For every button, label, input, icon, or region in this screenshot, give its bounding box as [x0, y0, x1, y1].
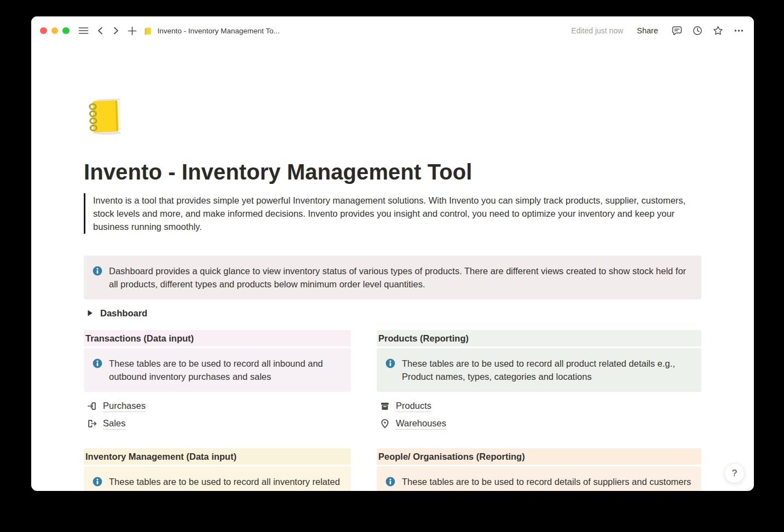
section-products: Products (Reporting) These tables are to…: [377, 330, 701, 432]
info-icon: [93, 477, 102, 491]
toggle-triangle-icon: [87, 309, 93, 317]
dashboard-toggle[interactable]: Dashboard: [84, 305, 701, 321]
info-icon: [93, 358, 102, 383]
people-info-callout: These tables are to be used to record de…: [377, 466, 701, 491]
door-exit-icon: [87, 419, 97, 429]
page-link-products[interactable]: Products: [377, 397, 701, 415]
transactions-info-text: These tables are to be used to record al…: [109, 357, 342, 383]
dashboard-info-text: Dashboard provides a quick glance to vie…: [109, 264, 693, 291]
titlebar: Invento - Inventory Management To... Edi…: [31, 16, 754, 45]
comment-bubble-icon: [672, 26, 682, 36]
location-pin-icon: [380, 419, 390, 429]
page-content: Invento - Inventory Management Tool Inve…: [31, 45, 754, 491]
ellipsis-icon: [734, 26, 744, 36]
people-info-text: These tables are to be used to record de…: [402, 475, 691, 488]
more-options-button[interactable]: [734, 26, 744, 36]
products-info-callout: These tables are to be used to record al…: [377, 348, 701, 392]
dashboard-info-callout: Dashboard provides a quick glance to vie…: [84, 256, 701, 299]
dashboard-toggle-label: Dashboard: [100, 308, 147, 319]
inventory-info-text: These tables are to be used to record al…: [109, 475, 342, 491]
section-header-people: People/ Organisations (Reporting): [377, 448, 701, 465]
edited-status: Edited just now: [571, 26, 623, 35]
info-icon: [385, 358, 395, 383]
archive-box-icon: [380, 401, 390, 411]
page-link-warehouses[interactable]: Warehouses: [377, 415, 701, 432]
app-window: Invento - Inventory Management To... Edi…: [31, 16, 754, 491]
tab-title-label: Invento - Inventory Management To...: [158, 27, 280, 35]
sidebar-menu-button[interactable]: [78, 26, 89, 36]
help-button[interactable]: ?: [724, 463, 745, 483]
chevron-right-icon: [112, 26, 120, 36]
comments-button[interactable]: [672, 26, 682, 36]
section-transactions: Transactions (Data input) These tables a…: [84, 330, 351, 432]
inventory-info-callout: These tables are to be used to record al…: [84, 466, 351, 491]
section-header-products: Products (Reporting): [377, 330, 701, 346]
intro-quote: Invento is a tool that provides simple y…: [84, 193, 691, 234]
section-people-organisations: People/ Organisations (Reporting) These …: [377, 448, 701, 491]
section-header-transactions: Transactions (Data input): [84, 330, 351, 346]
page-icon-notebook[interactable]: [84, 93, 128, 137]
plus-icon: [128, 26, 137, 36]
new-tab-button[interactable]: [128, 26, 137, 36]
products-info-text: These tables are to be used to record al…: [402, 357, 693, 383]
history-button[interactable]: [693, 26, 702, 36]
info-icon: [385, 477, 395, 488]
door-enter-icon: [87, 401, 97, 411]
chevron-left-icon: [96, 26, 105, 36]
window-controls: [40, 27, 70, 34]
section-header-inventory: Inventory Management (Data input): [84, 448, 351, 465]
notebook-icon: [143, 26, 153, 36]
minimize-window-button[interactable]: [51, 27, 59, 34]
page-link-purchases[interactable]: Purchases: [84, 397, 351, 415]
favorite-button[interactable]: [713, 26, 723, 36]
transactions-info-callout: These tables are to be used to record al…: [84, 348, 351, 392]
share-button[interactable]: Share: [633, 26, 661, 36]
page-link-sales[interactable]: Sales: [84, 415, 351, 432]
page-title: Invento - Inventory Management Tool: [84, 160, 701, 184]
section-inventory-management: Inventory Management (Data input) These …: [84, 448, 351, 491]
info-icon: [93, 266, 102, 291]
page-link-label: Products: [396, 401, 431, 412]
notebook-emoji-icon: [84, 93, 128, 137]
star-icon: [713, 26, 723, 36]
hamburger-icon: [78, 26, 89, 36]
page-link-label: Warehouses: [396, 418, 446, 430]
clock-icon: [693, 26, 702, 36]
close-window-button[interactable]: [40, 27, 47, 34]
page-link-label: Sales: [103, 418, 125, 430]
tab-title[interactable]: Invento - Inventory Management To...: [143, 26, 280, 36]
nav-back-button[interactable]: [96, 26, 105, 36]
zoom-window-button[interactable]: [62, 27, 70, 34]
page-link-label: Purchases: [103, 401, 146, 412]
nav-forward-button[interactable]: [112, 26, 120, 36]
